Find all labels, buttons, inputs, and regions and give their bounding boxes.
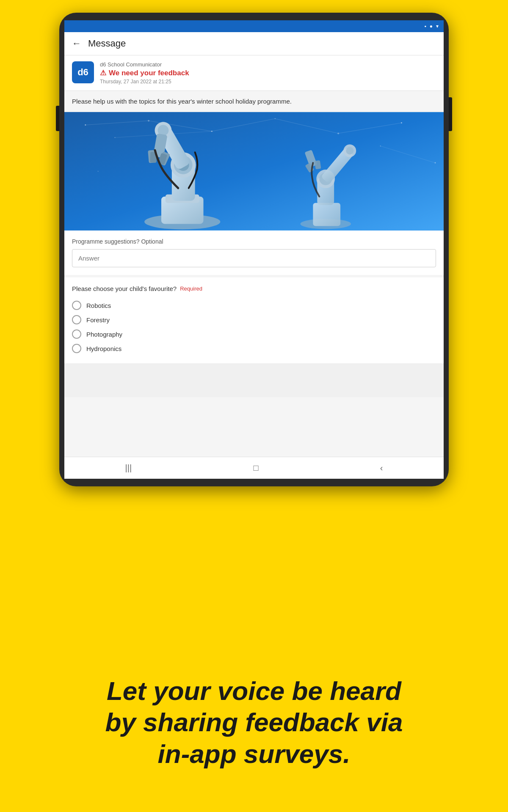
suggestions-form-card: Programme suggestions? Optional	[64, 230, 444, 275]
radio-circle-forestry[interactable]	[72, 315, 81, 324]
svg-rect-0	[64, 112, 444, 230]
recent-apps-button[interactable]: |||	[125, 463, 132, 473]
bottom-text-area: Let your voice be heard by sharing feedb…	[0, 675, 508, 770]
sender-name: d6 School Communicator	[100, 61, 436, 68]
back-nav-button[interactable]: ‹	[380, 463, 383, 473]
radio-question: Please choose your child's favourite? Re…	[72, 285, 436, 292]
message-meta: d6 School Communicator ⚠ We need your fe…	[100, 61, 436, 85]
svg-rect-43	[315, 160, 321, 170]
radio-option-hydroponics[interactable]: Hydroponics	[72, 341, 436, 356]
app-screen: ← Message d6 d6 School Communicator ⚠ We…	[64, 32, 444, 479]
radio-circle-hydroponics[interactable]	[72, 344, 81, 353]
app-bar-title: Message	[88, 38, 126, 49]
content-area[interactable]: Please help us with the topics for this …	[64, 91, 444, 457]
radio-option-forestry[interactable]: Forestry	[72, 313, 436, 327]
message-header: d6 d6 School Communicator ⚠ We need your…	[64, 55, 444, 91]
radio-option-photography[interactable]: Photography	[72, 327, 436, 341]
radio-circle-robotics[interactable]	[72, 301, 81, 310]
required-badge: Required	[180, 285, 202, 292]
radio-circle-photography[interactable]	[72, 329, 81, 339]
signal-icon: ●	[430, 23, 433, 29]
app-bar: ← Message	[64, 32, 444, 55]
wifi-icon: ▾	[436, 23, 439, 29]
svg-rect-34	[313, 203, 340, 226]
radio-label-hydroponics: Hydroponics	[86, 345, 121, 352]
suggestions-label: Programme suggestions? Optional	[72, 238, 436, 245]
back-button[interactable]: ←	[72, 38, 81, 49]
alert-icon: ⚠	[100, 69, 106, 77]
status-bar: ▪ ● ▾	[64, 20, 444, 32]
svg-point-9	[98, 171, 99, 172]
battery-icon: ▪	[424, 23, 426, 29]
description-text: Please help us with the topics for this …	[64, 91, 444, 112]
hero-image	[64, 112, 444, 230]
home-button[interactable]: □	[253, 463, 258, 473]
radio-label-robotics: Robotics	[86, 302, 111, 309]
radio-label-photography: Photography	[86, 331, 122, 338]
radio-label-forestry: Forestry	[86, 316, 110, 324]
bottom-spacer	[64, 363, 444, 397]
d6-avatar: d6	[72, 61, 94, 83]
tablet-shell: ▪ ● ▾ ← Message d6 d6 School Communicato…	[59, 13, 449, 486]
radio-option-robotics[interactable]: Robotics	[72, 298, 436, 313]
message-subject: ⚠ We need your feedback	[100, 69, 436, 77]
radio-card: Please choose your child's favourite? Re…	[64, 277, 444, 363]
bottom-headline: Let your voice be heard by sharing feedb…	[34, 675, 474, 770]
answer-input[interactable]	[72, 249, 436, 267]
nav-bar: ||| □ ‹	[64, 457, 444, 479]
message-date: Thursday, 27 Jan 2022 at 21:25	[100, 79, 436, 85]
